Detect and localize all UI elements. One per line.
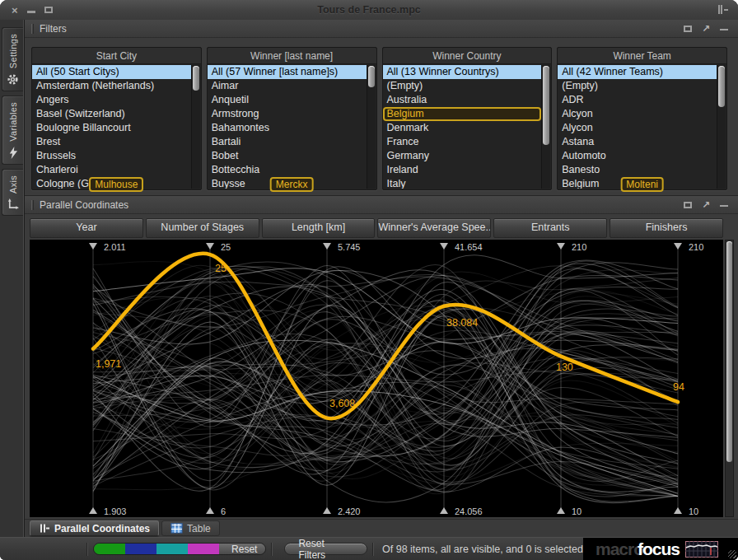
scrollbar-thumb[interactable] — [368, 66, 375, 87]
panel-undock-icon[interactable]: ↗ — [702, 24, 710, 34]
range-min-handle-icon[interactable] — [206, 507, 214, 514]
axis-column-header[interactable]: Number of Stages — [146, 218, 259, 238]
list-item[interactable]: Italy — [383, 177, 542, 189]
panel-maximize-icon[interactable] — [684, 26, 692, 32]
reset-filters-button[interactable]: Reset Filters — [284, 543, 367, 555]
sidebar-tab-axis[interactable]: Axis — [2, 169, 23, 216]
sidebar-tab-variables[interactable]: Variables — [2, 96, 23, 165]
list-item[interactable]: France — [383, 135, 542, 149]
legend-reset-control[interactable]: Reset — [93, 543, 267, 555]
tab-table[interactable]: Table — [161, 520, 220, 536]
list-item[interactable]: Angers — [32, 93, 191, 107]
filter-list-items[interactable]: All (57 Winner [last name]s)AimarAnqueti… — [208, 65, 367, 189]
list-item[interactable]: Denmark — [383, 121, 542, 135]
reset-button[interactable]: Reset — [219, 544, 266, 554]
scrollbar[interactable] — [717, 65, 726, 189]
filter-list-items[interactable]: All (13 Winner Countrys)(Empty)Australia… — [383, 65, 542, 189]
panel-collapse-icon[interactable] — [720, 205, 728, 207]
list-item[interactable]: Bobet — [208, 149, 367, 163]
filter-list-title: Winner [last name] — [208, 48, 376, 64]
list-item[interactable]: Brest — [32, 135, 191, 149]
scrollbar-thumb[interactable] — [726, 241, 732, 462]
range-max-handle-icon[interactable] — [89, 243, 97, 250]
list-item[interactable]: Brussels — [32, 149, 191, 163]
data-line[interactable] — [93, 342, 678, 474]
filters-panel-header[interactable]: Filters ↗ — [25, 20, 738, 38]
sidebar-tab-label: Axis — [8, 175, 18, 194]
range-min-handle-icon[interactable] — [674, 507, 682, 514]
range-min-handle-icon[interactable] — [557, 507, 565, 514]
data-line[interactable] — [93, 263, 678, 468]
list-item[interactable]: Australia — [383, 93, 542, 107]
scrollbar[interactable] — [725, 240, 734, 517]
list-item[interactable]: Ireland — [383, 163, 542, 177]
list-item[interactable]: Boulogne Billancourt — [32, 121, 191, 135]
axis-column-header[interactable]: Entrants — [493, 218, 607, 238]
scrollbar-thumb[interactable] — [718, 66, 725, 107]
title-bar[interactable]: × Tours de France.mpc — [0, 0, 738, 20]
panel-grip-icon[interactable] — [31, 200, 34, 210]
list-item[interactable]: Germany — [383, 149, 542, 163]
list-item[interactable]: Bottecchia — [208, 163, 367, 177]
scrollbar-thumb[interactable] — [543, 66, 549, 145]
filter-value-label[interactable]: Molteni — [620, 177, 664, 192]
list-item[interactable]: Charleroi — [32, 163, 191, 177]
list-item[interactable]: Anquetil — [208, 93, 367, 107]
axis-max-label: 25 — [221, 242, 231, 252]
list-item[interactable]: Bartali — [208, 135, 367, 149]
filters-panel: Filters ↗ Start City All (50 Start Citys… — [25, 20, 738, 196]
scrollbar[interactable] — [367, 65, 376, 189]
list-item[interactable]: Alcyon — [558, 107, 717, 121]
resize-grip[interactable] — [728, 550, 736, 558]
plot-canvas[interactable]: 1,971253,60838.084130942.0111.9032565.74… — [30, 240, 723, 517]
panel-grip-icon[interactable] — [31, 24, 34, 34]
filter-value-label[interactable]: Merckx — [270, 177, 314, 192]
axis-column-header[interactable]: Year — [30, 218, 143, 238]
list-item[interactable]: (Empty) — [558, 79, 717, 93]
list-item[interactable]: Amsterdam (Netherlands) — [32, 79, 191, 93]
axis-column-header[interactable]: Winner's Average Spee... — [377, 218, 491, 238]
filter-list-items[interactable]: All (50 Start Citys)Amsterdam (Netherlan… — [32, 65, 191, 189]
scrollbar[interactable] — [191, 65, 200, 189]
list-item[interactable]: Bahamontes — [208, 121, 367, 135]
axis-column-header[interactable]: Length [km] — [262, 218, 376, 238]
sidebar-tab-settings[interactable]: Settings — [2, 27, 23, 91]
list-item[interactable]: (Empty) — [383, 79, 542, 93]
list-item[interactable]: Basel (Switzerland) — [32, 107, 191, 121]
list-item[interactable]: Astana — [558, 135, 717, 149]
range-max-handle-icon[interactable] — [206, 243, 214, 250]
list-item[interactable]: Automoto — [558, 149, 717, 163]
range-min-handle-icon[interactable] — [323, 507, 331, 514]
panel-undock-icon[interactable]: ↗ — [702, 200, 710, 210]
list-item[interactable]: All (57 Winner [last name]s) — [208, 65, 367, 79]
list-item[interactable]: Alycon — [558, 121, 717, 135]
legend-color-swatch — [188, 544, 219, 554]
range-min-handle-icon[interactable] — [89, 507, 97, 514]
list-item[interactable]: ADR — [558, 93, 717, 107]
application-window: × Tours de France.mpc Settings Variables… — [0, 0, 738, 560]
highlighted-value-label: 25 — [215, 263, 227, 274]
panel-maximize-icon[interactable] — [684, 202, 692, 208]
range-max-handle-icon[interactable] — [557, 243, 565, 250]
list-item[interactable]: All (13 Winner Countrys) — [383, 65, 542, 79]
range-max-handle-icon[interactable] — [440, 243, 448, 250]
list-item[interactable]: Belgium — [383, 107, 542, 121]
scrollbar-thumb[interactable] — [193, 66, 199, 91]
range-max-handle-icon[interactable] — [323, 243, 331, 250]
tab-parallel-coordinates[interactable]: Parallel Coordinates — [30, 520, 159, 536]
parallel-coordinates-plot[interactable]: 1,971253,60838.084130942.0111.9032565.74… — [30, 240, 723, 517]
range-max-handle-icon[interactable] — [674, 243, 682, 250]
axis-column-header[interactable]: Finishers — [610, 218, 723, 238]
filter-value-label[interactable]: Mulhouse — [89, 177, 143, 192]
list-item[interactable]: All (42 Winner Teams) — [558, 65, 717, 79]
list-item[interactable]: Armstrong — [208, 107, 367, 121]
panel-title: Parallel Coordinates — [40, 199, 128, 211]
scrollbar[interactable] — [541, 65, 550, 189]
list-item[interactable]: Banesto — [558, 163, 717, 177]
list-item[interactable]: Aimar — [208, 79, 367, 93]
pc-panel-header[interactable]: Parallel Coordinates ↗ — [25, 196, 738, 214]
panel-collapse-icon[interactable] — [720, 29, 728, 30]
range-min-handle-icon[interactable] — [440, 507, 448, 514]
list-item[interactable]: All (50 Start Citys) — [32, 65, 191, 79]
filter-list-items[interactable]: All (42 Winner Teams)(Empty)ADRAlcyonAly… — [558, 65, 717, 189]
